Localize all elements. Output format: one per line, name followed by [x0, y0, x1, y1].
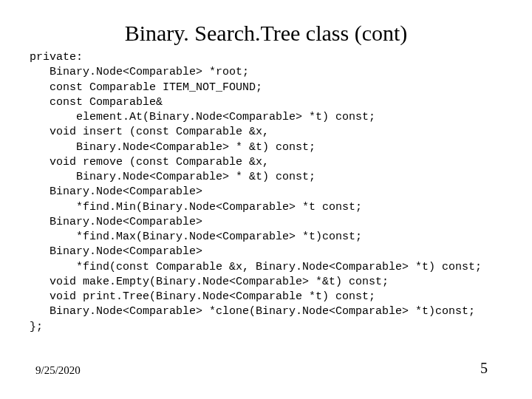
footer-date: 9/25/2020	[35, 364, 81, 377]
slide-title: Binary. Search.Tree class (cont)	[0, 21, 532, 46]
code-block: private: Binary.Node<Comparable> *root; …	[30, 50, 502, 335]
footer-page-number: 5	[480, 360, 488, 377]
slide: Binary. Search.Tree class (cont) private…	[0, 0, 532, 399]
